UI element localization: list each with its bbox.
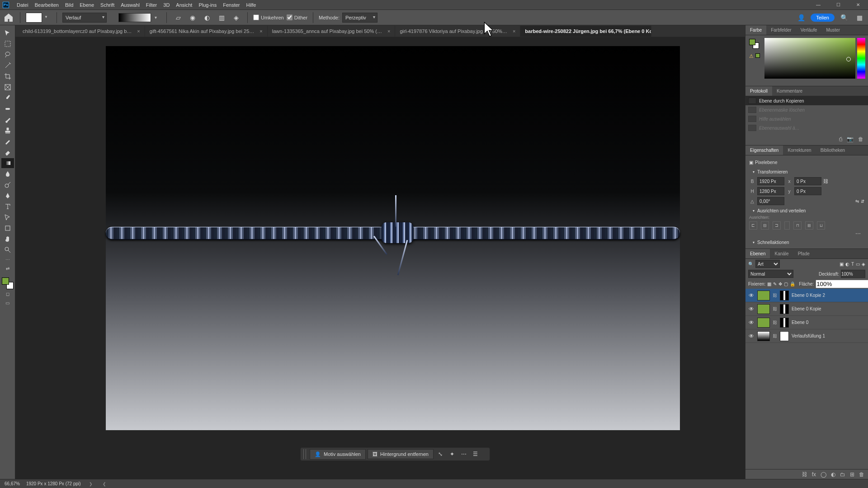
layer-row[interactable]: 👁 ⛓ Ebene 0 bbox=[745, 316, 868, 329]
remove-bg-button[interactable]: 🖼 Hintergrund entfernen bbox=[368, 449, 434, 459]
more-align-icon[interactable]: ⋯ bbox=[749, 230, 864, 238]
tab-farbe[interactable]: Farbe bbox=[745, 25, 766, 35]
zoom-level[interactable]: 66,67% bbox=[5, 481, 20, 486]
hue-strip[interactable] bbox=[857, 38, 865, 79]
close-icon[interactable]: × bbox=[259, 28, 262, 34]
layer-thumb[interactable] bbox=[757, 318, 770, 328]
info-chevron-icon[interactable]: ❯ bbox=[89, 482, 93, 486]
layer-row[interactable]: 👁 ⛓ Ebene 0 Kopie bbox=[745, 302, 868, 316]
close-icon[interactable]: × bbox=[387, 28, 390, 34]
gradient-reflected-icon[interactable]: ▥ bbox=[216, 12, 227, 23]
gradient-diamond-icon[interactable]: ◈ bbox=[230, 12, 242, 23]
align-right-icon[interactable]: ⊐ bbox=[773, 221, 781, 230]
camera-icon[interactable]: 📷 bbox=[847, 136, 854, 143]
flip-v-icon[interactable]: ⇵ bbox=[861, 199, 864, 204]
user-icon[interactable]: 👤 bbox=[795, 12, 807, 23]
eraser-tool[interactable] bbox=[1, 147, 14, 157]
contextual-task-bar[interactable]: 👤 Motiv auswählen 🖼 Hintergrund entferne… bbox=[300, 447, 490, 461]
tab-kanaele[interactable]: Kanäle bbox=[770, 249, 793, 258]
menu-bearbeiten[interactable]: Bearbeiten bbox=[32, 0, 62, 10]
select-subject-button[interactable]: 👤 Motiv auswählen bbox=[310, 449, 366, 460]
align-bottom-icon[interactable]: ⊔ bbox=[817, 221, 825, 230]
menu-ebene[interactable]: Ebene bbox=[76, 0, 97, 10]
menu-auswahl[interactable]: Auswahl bbox=[118, 0, 143, 10]
visibility-icon[interactable]: 👁 bbox=[748, 333, 755, 339]
tab-bibliotheken[interactable]: Bibliotheken bbox=[816, 145, 849, 155]
drag-handle-icon[interactable] bbox=[303, 449, 306, 459]
visibility-icon[interactable]: 👁 bbox=[748, 306, 755, 312]
lock-all-icon[interactable]: 🔒 bbox=[790, 282, 795, 286]
layer-mask[interactable] bbox=[780, 304, 789, 314]
more-icon[interactable]: ⋯ bbox=[459, 449, 469, 459]
layer-name[interactable]: Ebene 0 Kopie 2 bbox=[792, 293, 865, 298]
filter-pixel-icon[interactable]: ▣ bbox=[840, 262, 844, 267]
dither-checkbox[interactable]: Dither bbox=[287, 14, 307, 20]
menu-fenster[interactable]: Fenster bbox=[220, 0, 243, 10]
heal-tool[interactable] bbox=[1, 104, 14, 114]
move-tool[interactable] bbox=[1, 28, 14, 38]
layer-filter-select[interactable]: Art bbox=[755, 260, 780, 268]
align-vcenter-icon[interactable]: ⊞ bbox=[805, 221, 813, 230]
doc-tab-active[interactable]: barbed-wire-250822 Jürgen.jpg bei 66,7% … bbox=[520, 26, 651, 37]
lock-trans-icon[interactable]: ▦ bbox=[767, 282, 771, 286]
doc-tab[interactable]: gift-4567561 Nika Akin auf Pixabay.jpg b… bbox=[145, 26, 268, 37]
lock-nest-icon[interactable]: ▢ bbox=[784, 282, 788, 286]
settings-icon[interactable]: ☰ bbox=[471, 449, 481, 459]
history-entry-dim[interactable]: Hilfe auswählen bbox=[745, 114, 868, 123]
menu-filter[interactable]: Filter bbox=[143, 0, 160, 10]
layer-thumb[interactable] bbox=[757, 291, 770, 300]
layer-name[interactable]: Verlaufsfüllung 1 bbox=[792, 333, 865, 338]
screenmode-icon[interactable]: ▭ bbox=[2, 299, 14, 307]
snapshot-icon[interactable]: ⎙ bbox=[839, 136, 842, 143]
align-header[interactable]: Ausrichten und verteilen bbox=[757, 208, 806, 213]
tab-farbfelder[interactable]: Farbfelder bbox=[766, 25, 796, 35]
tool-preset-select[interactable]: Verlauf bbox=[62, 13, 107, 23]
frame-tool[interactable] bbox=[1, 82, 14, 92]
gradient-radial-icon[interactable]: ◉ bbox=[187, 12, 198, 23]
marquee-tool[interactable] bbox=[1, 39, 14, 49]
layer-row[interactable]: 👁 ⛓ Verlaufsfüllung 1 bbox=[745, 329, 868, 343]
layer-name[interactable]: Ebene 0 Kopie bbox=[792, 306, 865, 311]
menu-schrift[interactable]: Schrift bbox=[97, 0, 118, 10]
layer-row[interactable]: 👁 ⛓ Ebene 0 Kopie 2 bbox=[745, 289, 868, 302]
doc-tab[interactable]: lawn-1335365_annca auf Pixabay.jpg bei 5… bbox=[268, 26, 396, 37]
more-tools-icon[interactable]: ⋯ bbox=[2, 256, 14, 264]
visibility-icon[interactable]: 👁 bbox=[748, 292, 755, 299]
gamut-warning-icon[interactable]: ⚠ bbox=[749, 53, 754, 59]
history-entry-dim[interactable]: Ebenenauswahl ä… bbox=[745, 123, 868, 132]
tool-preset-swatch[interactable] bbox=[26, 13, 42, 23]
lock-paint-icon[interactable]: ✎ bbox=[773, 282, 777, 286]
doc-tab[interactable]: girl-4197876 Viktoriya auf Pixabay.jpg b… bbox=[395, 26, 520, 37]
fg-bg-colors[interactable] bbox=[2, 277, 14, 289]
tab-eigenschaften[interactable]: Eigenschaften bbox=[745, 145, 783, 155]
gradient-tool[interactable] bbox=[1, 158, 14, 168]
align-left-icon[interactable]: ⊏ bbox=[749, 221, 757, 230]
tab-kommentare[interactable]: Kommentare bbox=[772, 86, 807, 96]
blend-mode-select[interactable]: Normal bbox=[748, 270, 793, 278]
search-icon[interactable]: 🔍 bbox=[748, 262, 754, 267]
close-icon[interactable]: × bbox=[137, 28, 140, 34]
gradient-preview[interactable] bbox=[118, 13, 151, 22]
color-fgbg[interactable] bbox=[749, 39, 759, 49]
menu-3d[interactable]: 3D bbox=[160, 0, 173, 10]
width-field[interactable] bbox=[757, 177, 784, 185]
window-maximize[interactable]: ☐ bbox=[828, 0, 848, 10]
layer-mask[interactable] bbox=[780, 291, 789, 300]
tab-verlaeufe[interactable]: Verläufe bbox=[796, 25, 822, 35]
rotation-field[interactable] bbox=[757, 197, 784, 205]
y-field[interactable] bbox=[794, 187, 821, 195]
x-field[interactable] bbox=[794, 177, 821, 185]
layer-thumb[interactable] bbox=[757, 304, 770, 314]
lock-pos-icon[interactable]: ✥ bbox=[778, 282, 782, 286]
filter-shape-icon[interactable]: ▭ bbox=[856, 262, 860, 267]
visibility-icon[interactable]: 👁 bbox=[748, 319, 755, 326]
opacity-field[interactable] bbox=[841, 270, 865, 278]
color-field[interactable] bbox=[764, 38, 855, 79]
tab-muster[interactable]: Muster bbox=[821, 25, 844, 35]
ai-icon[interactable]: ✦ bbox=[447, 449, 457, 459]
layer-mask[interactable] bbox=[780, 318, 789, 328]
artboard[interactable] bbox=[106, 46, 680, 430]
group-icon[interactable]: 🗀 bbox=[840, 471, 845, 478]
tab-korrekturen[interactable]: Korrekturen bbox=[783, 145, 816, 155]
zoom-tool[interactable] bbox=[1, 245, 14, 255]
